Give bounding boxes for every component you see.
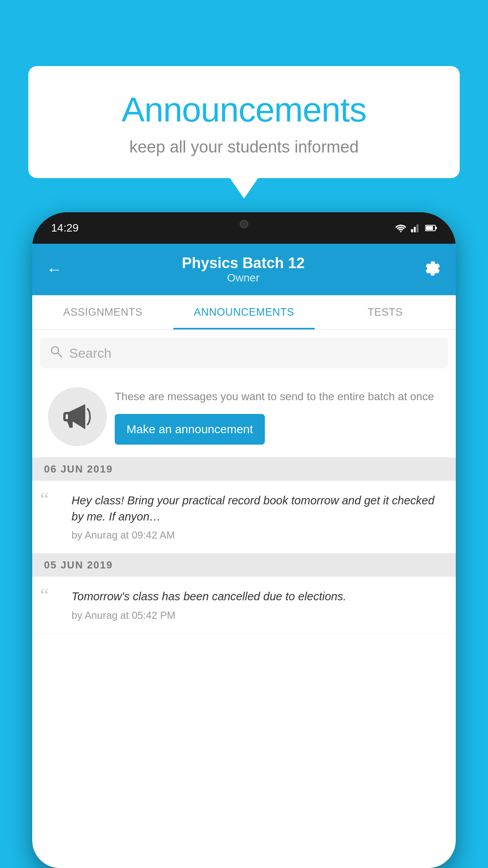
status-icons xyxy=(395,224,437,232)
phone-frame: 14:29 xyxy=(32,212,456,868)
tab-assignments[interactable]: ASSIGNMENTS xyxy=(32,295,173,329)
tab-announcements[interactable]: ANNOUNCEMENTS xyxy=(173,295,314,329)
phone-notch xyxy=(205,212,283,236)
quote-icon-1: “ xyxy=(40,489,64,509)
make-announcement-button[interactable]: Make an announcement xyxy=(115,414,265,445)
svg-rect-6 xyxy=(436,227,437,229)
svg-point-0 xyxy=(400,231,402,232)
announcement-author-2: by Anurag at 05:42 PM xyxy=(72,609,448,622)
megaphone-icon xyxy=(62,401,93,432)
bubble-title: Announcements xyxy=(48,90,440,130)
wifi-icon xyxy=(395,224,406,232)
search-placeholder: Search xyxy=(69,346,112,361)
phone-camera xyxy=(240,220,248,228)
phone-screen: ← Physics Batch 12 Owner ASSIGNMENTS ANN… xyxy=(32,244,456,868)
back-button[interactable]: ← xyxy=(46,261,62,278)
batch-subtitle: Owner xyxy=(182,272,305,284)
announcement-item-1[interactable]: “ Hey class! Bring your practical record… xyxy=(32,481,456,554)
announcement-bubble: Announcements keep all your students inf… xyxy=(28,66,460,178)
announcement-author-1: by Anurag at 09:42 AM xyxy=(72,529,448,541)
header-center: Physics Batch 12 Owner xyxy=(182,255,305,284)
date-divider-1: 06 JUN 2019 xyxy=(32,458,456,481)
svg-rect-1 xyxy=(411,229,413,232)
promo-content: These are messages you want to send to t… xyxy=(115,389,440,444)
announcement-text-1: Hey class! Bring your practical record b… xyxy=(72,493,448,524)
quote-icon-2: “ xyxy=(40,585,64,605)
tab-bar: ASSIGNMENTS ANNOUNCEMENTS TESTS xyxy=(32,295,456,330)
announcement-content-1: Hey class! Bring your practical record b… xyxy=(72,493,448,541)
search-bar[interactable]: Search xyxy=(40,338,448,368)
date-divider-2: 05 JUN 2019 xyxy=(32,554,456,577)
promo-card: These are messages you want to send to t… xyxy=(40,376,448,458)
svg-line-8 xyxy=(58,353,62,357)
svg-rect-5 xyxy=(426,226,433,230)
status-bar: 14:29 xyxy=(32,212,456,244)
status-time: 14:29 xyxy=(51,222,79,234)
app-header: ← Physics Batch 12 Owner xyxy=(32,244,456,295)
announcement-item-2[interactable]: “ Tomorrow's class has been cancelled du… xyxy=(32,577,456,634)
svg-rect-3 xyxy=(416,224,418,232)
batch-title: Physics Batch 12 xyxy=(182,255,305,272)
battery-icon xyxy=(425,224,437,232)
announcement-content-2: Tomorrow's class has been cancelled due … xyxy=(72,588,448,622)
svg-rect-2 xyxy=(414,227,416,232)
settings-icon[interactable] xyxy=(424,260,442,279)
promo-description: These are messages you want to send to t… xyxy=(115,389,440,404)
search-icon xyxy=(50,345,63,361)
tab-tests[interactable]: TESTS xyxy=(315,295,456,329)
bubble-subtitle: keep all your students informed xyxy=(48,138,440,156)
announcement-icon-circle xyxy=(48,387,107,446)
signal-icon xyxy=(411,224,420,232)
announcement-text-2: Tomorrow's class has been cancelled due … xyxy=(72,588,448,605)
